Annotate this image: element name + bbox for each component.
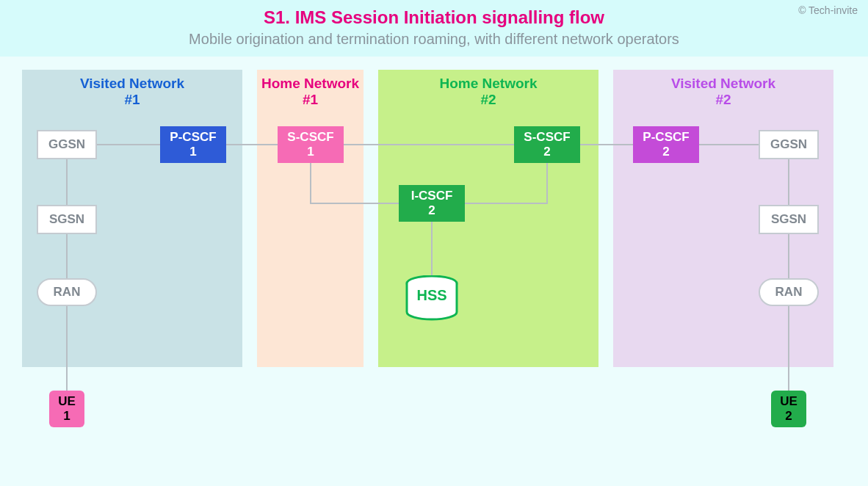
panel-index: #1 <box>303 92 318 107</box>
header: S1. IMS Session Initiation signalling fl… <box>0 0 868 57</box>
node-s-cscf-1: S-CSCF1 <box>278 126 344 163</box>
node-sgsn-1: SGSN <box>37 205 97 234</box>
node-p-cscf-2: P-CSCF2 <box>633 126 699 163</box>
node-ran-2: RAN <box>759 278 819 306</box>
panel-index: #1 <box>124 92 140 107</box>
node-ggsn-1: GGSN <box>37 130 97 159</box>
panel-home-network-1: Home Network#1 <box>257 70 364 367</box>
diagram-subtitle: Mobile origination and termination roami… <box>0 31 868 48</box>
diagram-title: S1. IMS Session Initiation signalling fl… <box>0 7 868 28</box>
node-p-cscf-1: P-CSCF1 <box>160 126 226 163</box>
node-ue-1: UE1 <box>49 391 84 427</box>
panel-label: Visited Network <box>80 76 184 91</box>
node-ue-2: UE2 <box>771 391 806 427</box>
node-sgsn-2: SGSN <box>759 205 819 234</box>
diagram-area: Visited Network#1 Home Network#1 Home Ne… <box>0 57 868 468</box>
node-ggsn-2: GGSN <box>759 130 819 159</box>
panel-label: Visited Network <box>671 76 775 91</box>
panel-index: #2 <box>715 92 731 107</box>
panel-label: Home Network <box>439 76 537 91</box>
panel-index: #2 <box>480 92 496 107</box>
hss-label: HSS <box>402 287 461 304</box>
node-i-cscf-2: I-CSCF2 <box>399 185 465 222</box>
node-hss: HSS <box>402 275 461 324</box>
node-ran-1: RAN <box>37 278 97 306</box>
panel-label: Home Network <box>261 76 359 91</box>
credit-text: © Tech-invite <box>798 4 858 16</box>
node-s-cscf-2: S-CSCF2 <box>514 126 580 163</box>
